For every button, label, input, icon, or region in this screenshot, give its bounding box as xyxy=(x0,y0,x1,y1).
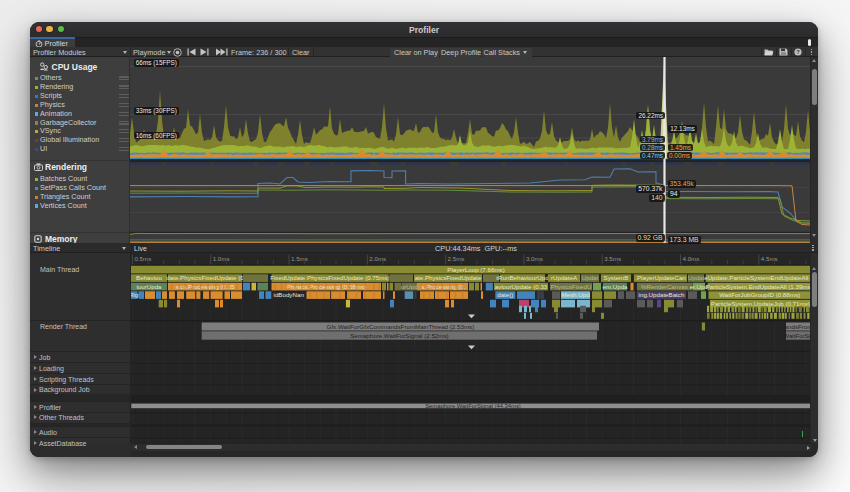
svg-text:1.0ms: 1.0ms xyxy=(213,255,230,262)
svg-text:PhysicsFixedU: PhysicsFixedU xyxy=(551,283,592,290)
svg-text:aviourUpdate (0.33: aviourUpdate (0.33 xyxy=(495,283,548,290)
svg-text:PlayerLoop (7.66ms): PlayerLoop (7.66ms) xyxy=(447,266,504,273)
svg-text:FixedUpdate.PhysicsFixedUpdate: FixedUpdate.PhysicsFixedUpdate (0.75ms) xyxy=(270,274,389,281)
svg-text:tRunBehaviourUpd: tRunBehaviourUpd xyxy=(496,274,549,281)
svg-text:WaitForSig: WaitForSig xyxy=(783,332,811,339)
svg-text:date.PhysicsFixedUpdate (0: date.PhysicsFixedUpdate (0 xyxy=(166,274,244,281)
svg-text:ing.UpdateBatch: ing.UpdateBatch xyxy=(639,291,685,298)
svg-text:3.0ms: 3.0ms xyxy=(526,255,543,262)
svg-text:date(): date() xyxy=(497,291,513,298)
svg-text:1.5ms: 1.5ms xyxy=(291,255,308,262)
svg-text:Semaphore.WaitForSignal (2.52m: Semaphore.WaitForSignal (2.52ms) xyxy=(350,332,448,339)
svg-text:?: ? xyxy=(796,49,800,55)
svg-text:2.0ms: 2.0ms xyxy=(369,255,386,262)
svg-text:urUpd: urUpd xyxy=(401,283,418,290)
svg-text:Behaviou: Behaviou xyxy=(136,274,162,281)
svg-text:2.5ms: 2.5ms xyxy=(448,255,465,262)
svg-text:Semaphore.WaitForSignal (44.34: Semaphore.WaitForSignal (44.34ms) xyxy=(425,403,521,409)
svg-text:andsFrom: andsFrom xyxy=(785,323,811,330)
svg-text:Mesh.Upd: Mesh.Upd xyxy=(561,291,590,298)
svg-text:em.Upda: em.Upda xyxy=(602,283,628,290)
svg-text:3.5ms: 3.5ms xyxy=(604,255,621,262)
svg-text:SystemB: SystemB xyxy=(604,274,629,281)
svg-text:Rigi: Rigi xyxy=(131,291,140,298)
svg-text:eUpdate.ParticleSystemEndUpdat: eUpdate.ParticleSystemEndUpdateAll ( xyxy=(704,274,811,281)
svg-text:0.5ms: 0.5ms xyxy=(134,255,151,262)
svg-text:Gfx.WaitForGfxCommandsFromMain: Gfx.WaitForGfxCommandsFromMainThread (2.… xyxy=(327,323,475,330)
svg-text:rUpdateA: rUpdateA xyxy=(551,274,578,281)
svg-text:.PlayerUpdateCan: .PlayerUpdateCan xyxy=(635,274,686,281)
svg-text:ParticleSystem.UpdateJob (0.71: ParticleSystem.UpdateJob (0.71ms) xyxy=(711,300,810,307)
svg-text:Updat: Updat xyxy=(582,274,599,281)
svg-text:idBodyNan: idBodyNan xyxy=(274,291,305,298)
svg-text:ParticleSystem.EndUpdateAll (1: ParticleSystem.EndUpdateAll (1.39ms) xyxy=(706,283,811,290)
svg-text:ate.PhysicsFixedUpdate: ate.PhysicsFixedUpdate xyxy=(415,274,482,281)
svg-text:iourUpda: iourUpda xyxy=(136,283,162,290)
svg-text:WaitForJobGroupID (0.88ms): WaitForJobGroupID (0.88ms) xyxy=(719,291,800,298)
svg-text:4.5ms: 4.5ms xyxy=(761,255,778,262)
svg-text:%RenderCanvas: %RenderCanvas xyxy=(641,283,688,290)
svg-text:4.0ms: 4.0ms xyxy=(683,255,700,262)
svg-text:Updat: Updat xyxy=(688,274,705,281)
